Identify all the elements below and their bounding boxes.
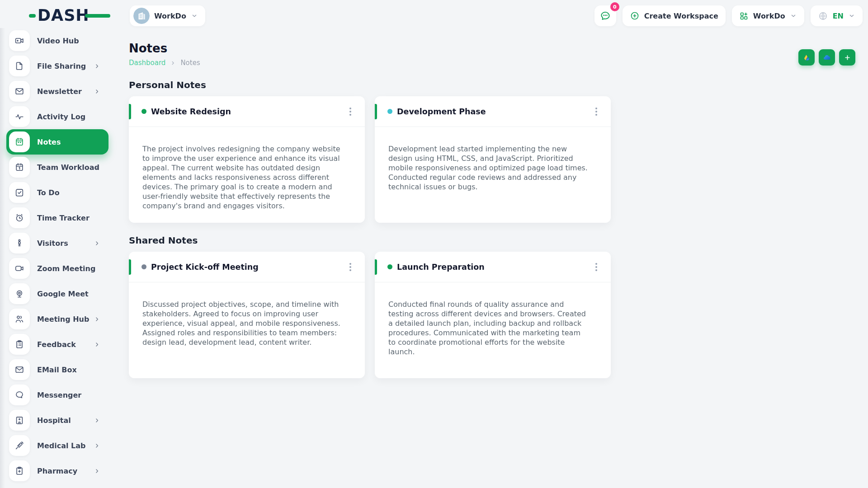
note-title: Development Phase bbox=[397, 107, 486, 116]
sidebar-item-medical-lab[interactable]: Medical Lab bbox=[0, 433, 113, 458]
file-icon bbox=[9, 56, 30, 76]
sidebar-item-pharmacy[interactable]: Pharmacy bbox=[0, 458, 113, 483]
alarm-clock-icon bbox=[9, 207, 30, 228]
kebab-menu-icon bbox=[595, 108, 597, 109]
sidebar-item-messenger[interactable]: Messenger bbox=[0, 382, 113, 408]
sidebar-item-label: Visitors bbox=[37, 239, 68, 248]
google-drive-button[interactable] bbox=[798, 49, 815, 66]
sidebar-item-team-workload[interactable]: Team Workload bbox=[0, 155, 113, 180]
create-workspace-button[interactable]: Create Workspace bbox=[623, 5, 726, 26]
note-menu-button[interactable] bbox=[346, 259, 355, 275]
note-card-header: Project Kick-off Meeting bbox=[129, 252, 365, 282]
sidebar-item-google-meet[interactable]: Google Meet bbox=[0, 281, 113, 306]
sidebar-item-label: Google Meet bbox=[37, 290, 89, 298]
users-icon bbox=[9, 309, 30, 329]
video-icon bbox=[9, 258, 30, 279]
sidebar: Video Hub File Sharing Newsletter Activi… bbox=[0, 28, 113, 488]
logo-dot bbox=[29, 14, 36, 18]
kebab-menu-icon bbox=[349, 108, 351, 109]
chevron-right-icon bbox=[94, 88, 100, 95]
sidebar-item-newsletter[interactable]: Newsletter bbox=[0, 79, 113, 104]
note-status-dot bbox=[387, 264, 392, 269]
mail-icon bbox=[9, 81, 30, 102]
calendar-icon bbox=[9, 157, 30, 178]
plus-icon bbox=[843, 53, 852, 62]
workspace-switcher[interactable]: WorkDo bbox=[130, 5, 205, 26]
note-title: Launch Preparation bbox=[397, 263, 485, 272]
clipboard-plus-icon bbox=[9, 460, 30, 481]
sidebar-item-notes[interactable]: Notes bbox=[6, 129, 108, 155]
create-workspace-label: Create Workspace bbox=[644, 12, 718, 20]
sidebar-item-hospital[interactable]: Hospital bbox=[0, 408, 113, 433]
messages-button[interactable]: 0 bbox=[594, 5, 616, 26]
note-menu-button[interactable] bbox=[592, 259, 601, 275]
messages-badge: 0 bbox=[610, 2, 619, 11]
sidebar-item-label: Hospital bbox=[37, 416, 71, 425]
note-menu-button[interactable] bbox=[592, 104, 601, 119]
logo-dash bbox=[85, 14, 110, 18]
sidebar-item-meeting-hub[interactable]: Meeting Hub bbox=[0, 306, 113, 332]
sidebar-item-visitors[interactable]: Visitors bbox=[0, 230, 113, 256]
sidebar-item-time-tracker[interactable]: Time Tracker bbox=[0, 205, 113, 230]
chevron-right-icon bbox=[94, 316, 100, 323]
chevron-right-icon bbox=[94, 442, 100, 449]
sidebar-item-label: Feedback bbox=[37, 340, 76, 349]
sidebar-item-feedback[interactable]: Feedback bbox=[0, 332, 113, 357]
cards-grid: Website Redesign The project involves re… bbox=[129, 96, 855, 223]
onedrive-icon bbox=[822, 53, 832, 62]
chevron-right-icon bbox=[94, 417, 100, 424]
chevron-right-icon bbox=[94, 63, 100, 70]
chevron-down-icon bbox=[790, 12, 797, 19]
note-text: Discussed project objectives, scope, and… bbox=[129, 282, 365, 347]
chevron-right-icon bbox=[94, 164, 100, 171]
hospital-icon bbox=[9, 410, 30, 431]
person-icon bbox=[9, 233, 30, 253]
breadcrumb-dashboard-link[interactable]: Dashboard bbox=[129, 58, 165, 67]
sidebar-item-email-box[interactable]: EMail Box bbox=[0, 357, 113, 382]
note-card-header: Launch Preparation bbox=[375, 252, 611, 282]
sidebar-item-activity-log[interactable]: Activity Log bbox=[0, 104, 113, 129]
note-text: Development lead started implementing th… bbox=[375, 127, 611, 192]
sidebar-item-label: Medical Lab bbox=[37, 441, 86, 450]
chevron-right-icon bbox=[170, 60, 176, 66]
sidebar-item-video-hub[interactable]: Video Hub bbox=[0, 28, 113, 53]
sidebar-item-label: EMail Box bbox=[37, 366, 77, 374]
sidebar-item-label: Video Hub bbox=[37, 37, 79, 45]
page-title: Notes bbox=[129, 42, 855, 55]
syringe-icon bbox=[9, 435, 30, 456]
shared-notes-section: Shared Notes Project Kick-off Meeting Di… bbox=[129, 235, 855, 378]
sidebar-item-label: Time Tracker bbox=[37, 214, 90, 222]
sidebar-item-zoom-meeting[interactable]: Zoom Meeting bbox=[0, 256, 113, 281]
note-menu-button[interactable] bbox=[346, 104, 355, 119]
add-note-button[interactable] bbox=[839, 49, 855, 66]
chevron-down-icon bbox=[848, 12, 855, 19]
sidebar-item-label: Messenger bbox=[37, 391, 81, 399]
video-camera-icon bbox=[9, 30, 30, 51]
mail-icon bbox=[9, 359, 30, 380]
cards-grid: Project Kick-off Meeting Discussed proje… bbox=[129, 252, 855, 378]
sidebar-item-to-do[interactable]: To Do bbox=[0, 180, 113, 205]
language-selector[interactable]: EN bbox=[811, 5, 863, 26]
note-status-dot bbox=[387, 109, 392, 114]
sidebar-item-label: Notes bbox=[37, 138, 61, 146]
grid-plus-icon bbox=[739, 11, 749, 21]
sidebar-item-label: Activity Log bbox=[37, 113, 85, 121]
top-bar: DASH WorkDo 0 Create Workspace bbox=[0, 0, 868, 32]
activity-icon bbox=[9, 106, 30, 127]
note-card-header: Website Redesign bbox=[129, 96, 365, 127]
note-title: Website Redesign bbox=[151, 107, 231, 116]
sidebar-item-label: Newsletter bbox=[37, 87, 82, 96]
breadcrumb-current: Notes bbox=[180, 58, 200, 67]
sidebar-item-file-sharing[interactable]: File Sharing bbox=[0, 53, 113, 79]
sidebar-item-label: To Do bbox=[37, 188, 60, 197]
webcam-icon bbox=[9, 283, 30, 304]
plus-circle-icon bbox=[630, 11, 640, 21]
onedrive-button[interactable] bbox=[819, 49, 835, 66]
note-text: Conducted final rounds of quality assura… bbox=[375, 282, 611, 357]
note-text: The project involves redesigning the com… bbox=[129, 127, 365, 211]
note-card-project-kick-off-meeting: Project Kick-off Meeting Discussed proje… bbox=[129, 252, 365, 378]
check-square-icon bbox=[9, 182, 30, 203]
chevron-right-icon bbox=[94, 468, 100, 474]
sidebar-item-label: Pharmacy bbox=[37, 467, 77, 475]
app-switcher[interactable]: WorkDo bbox=[732, 5, 804, 26]
